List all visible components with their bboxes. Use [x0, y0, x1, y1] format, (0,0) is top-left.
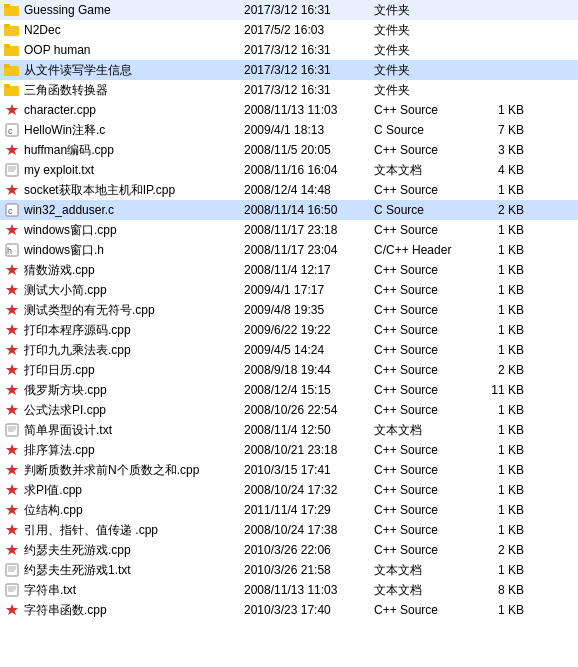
file-size: 1 KB — [474, 323, 524, 337]
table-row[interactable]: 俄罗斯方块.cpp2008/12/4 15:15C++ Source11 KB — [0, 380, 578, 400]
table-row[interactable]: 约瑟夫生死游戏1.txt2010/3/26 21:58文本文档1 KB — [0, 560, 578, 580]
svg-marker-23 — [6, 184, 18, 195]
table-row[interactable]: 猜数游戏.cpp2008/11/4 12:17C++ Source1 KB — [0, 260, 578, 280]
file-type: C++ Source — [374, 343, 474, 357]
table-row[interactable]: 约瑟夫生死游戏.cpp2010/3/26 22:06C++ Source2 KB — [0, 540, 578, 560]
file-name-cell: 简单界面设计.txt — [4, 422, 244, 439]
cpp-icon — [4, 282, 20, 298]
file-list: Guessing Game2017/3/12 16:31文件夹 N2Dec201… — [0, 0, 578, 620]
file-name-cell: 判断质数并求前N个质数之和.cpp — [4, 462, 244, 479]
file-date: 2010/3/15 17:41 — [244, 463, 374, 477]
cpp-icon — [4, 482, 20, 498]
txt-icon — [4, 422, 20, 438]
file-name: windows窗口.cpp — [24, 222, 117, 239]
file-size: 1 KB — [474, 423, 524, 437]
table-row[interactable]: 测试大小简.cpp2009/4/1 17:17C++ Source1 KB — [0, 280, 578, 300]
table-row[interactable]: 从文件读写学生信息2017/3/12 16:31文件夹 — [0, 60, 578, 80]
file-name-cell: 排序算法.cpp — [4, 442, 244, 459]
svg-marker-41 — [6, 444, 18, 455]
table-row[interactable]: huffman编码.cpp2008/11/5 20:05C++ Source3 … — [0, 140, 578, 160]
file-type: C++ Source — [374, 363, 474, 377]
table-row[interactable]: 字符串.txt2008/11/13 11:03文本文档8 KB — [0, 580, 578, 600]
file-date: 2008/10/24 17:32 — [244, 483, 374, 497]
table-row[interactable]: 排序算法.cpp2008/10/21 23:18C++ Source1 KB — [0, 440, 578, 460]
file-size: 2 KB — [474, 543, 524, 557]
file-date: 2010/3/26 21:58 — [244, 563, 374, 577]
cpp-icon — [4, 382, 20, 398]
file-name: 三角函数转换器 — [24, 82, 108, 99]
file-size: 1 KB — [474, 443, 524, 457]
table-row[interactable]: 引用、指针、值传递 .cpp2008/10/24 17:38C++ Source… — [0, 520, 578, 540]
cpp-icon — [4, 442, 20, 458]
file-date: 2008/9/18 19:44 — [244, 363, 374, 377]
file-date: 2008/11/5 20:05 — [244, 143, 374, 157]
table-row[interactable]: N2Dec2017/5/2 16:03文件夹 — [0, 20, 578, 40]
table-row[interactable]: Guessing Game2017/3/12 16:31文件夹 — [0, 0, 578, 20]
table-row[interactable]: 判断质数并求前N个质数之和.cpp2010/3/15 17:41C++ Sour… — [0, 460, 578, 480]
table-row[interactable]: 打印本程序源码.cpp2009/6/22 19:22C++ Source1 KB — [0, 320, 578, 340]
file-name-cell: 俄罗斯方块.cpp — [4, 382, 244, 399]
svg-marker-15 — [6, 104, 18, 115]
svg-marker-35 — [6, 384, 18, 395]
file-date: 2008/11/14 16:50 — [244, 203, 374, 217]
file-size: 1 KB — [474, 283, 524, 297]
cpp-icon — [4, 102, 20, 118]
table-row[interactable]: 打印日历.cpp2008/9/18 19:44C++ Source2 KB — [0, 360, 578, 380]
table-row[interactable]: windows窗口.cpp2008/11/17 23:18C++ Source1… — [0, 220, 578, 240]
svg-rect-8 — [4, 44, 10, 48]
file-name: 猜数游戏.cpp — [24, 262, 95, 279]
file-date: 2008/10/24 17:38 — [244, 523, 374, 537]
file-size: 1 KB — [474, 223, 524, 237]
file-type: C++ Source — [374, 383, 474, 397]
table-row[interactable]: 打印九九乘法表.cpp2009/4/5 14:24C++ Source1 KB — [0, 340, 578, 360]
file-name-cell: N2Dec — [4, 22, 244, 38]
file-name-cell: Guessing Game — [4, 2, 244, 18]
file-name: 打印日历.cpp — [24, 362, 95, 379]
table-row[interactable]: 求PI值.cpp2008/10/24 17:32C++ Source1 KB — [0, 480, 578, 500]
table-row[interactable]: my exploit.txt2008/11/16 16:04文本文档4 KB — [0, 160, 578, 180]
file-size: 1 KB — [474, 483, 524, 497]
table-row[interactable]: 位结构.cpp2011/11/4 17:29C++ Source1 KB — [0, 500, 578, 520]
file-name-cell: huffman编码.cpp — [4, 142, 244, 159]
table-row[interactable]: h windows窗口.h2008/11/17 23:04C/C++ Heade… — [0, 240, 578, 260]
file-date: 2008/10/26 22:54 — [244, 403, 374, 417]
file-size: 7 KB — [474, 123, 524, 137]
table-row[interactable]: character.cpp2008/11/13 11:03C++ Source1… — [0, 100, 578, 120]
file-name: 位结构.cpp — [24, 502, 83, 519]
file-type: C Source — [374, 123, 474, 137]
table-row[interactable]: socket获取本地主机和IP.cpp2008/12/4 14:48C++ So… — [0, 180, 578, 200]
file-type: C++ Source — [374, 103, 474, 117]
table-row[interactable]: 字符串函数.cpp2010/3/23 17:40C++ Source1 KB — [0, 600, 578, 620]
file-type: 文本文档 — [374, 582, 474, 599]
file-name: Guessing Game — [24, 3, 111, 17]
file-size: 1 KB — [474, 243, 524, 257]
cpp-icon — [4, 402, 20, 418]
svg-marker-29 — [6, 264, 18, 275]
file-name: 公式法求PI.cpp — [24, 402, 106, 419]
table-row[interactable]: OOP human2017/3/12 16:31文件夹 — [0, 40, 578, 60]
cpp-icon — [4, 602, 20, 618]
file-name-cell: 求PI值.cpp — [4, 482, 244, 499]
file-type: C++ Source — [374, 603, 474, 617]
file-type: C Source — [374, 203, 474, 217]
table-row[interactable]: c HelloWin注释.c2009/4/1 18:13C Source7 KB — [0, 120, 578, 140]
table-row[interactable]: 测试类型的有无符号.cpp2009/4/8 19:35C++ Source1 K… — [0, 300, 578, 320]
svg-marker-42 — [6, 464, 18, 475]
file-size: 8 KB — [474, 583, 524, 597]
file-size: 1 KB — [474, 503, 524, 517]
file-size: 1 KB — [474, 263, 524, 277]
svg-marker-34 — [6, 364, 18, 375]
table-row[interactable]: 简单界面设计.txt2008/11/4 12:50文本文档1 KB — [0, 420, 578, 440]
table-row[interactable]: c win32_adduser.c2008/11/14 16:50C Sourc… — [0, 200, 578, 220]
svg-marker-18 — [6, 144, 18, 155]
file-type: C++ Source — [374, 403, 474, 417]
table-row[interactable]: 三角函数转换器2017/3/12 16:31文件夹 — [0, 80, 578, 100]
file-name-cell: character.cpp — [4, 102, 244, 118]
file-size: 3 KB — [474, 143, 524, 157]
table-row[interactable]: 公式法求PI.cpp2008/10/26 22:54C++ Source1 KB — [0, 400, 578, 420]
file-date: 2008/11/4 12:50 — [244, 423, 374, 437]
file-name-cell: 公式法求PI.cpp — [4, 402, 244, 419]
file-type: C++ Source — [374, 543, 474, 557]
svg-rect-14 — [4, 84, 10, 88]
file-date: 2008/11/17 23:18 — [244, 223, 374, 237]
